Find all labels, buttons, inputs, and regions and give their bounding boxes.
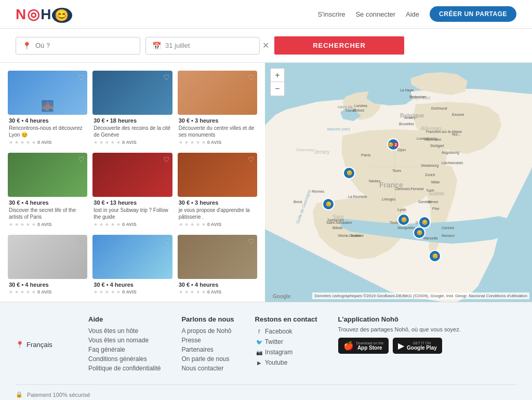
app-subtitle: Trouvez des partages Nohô, où que vous s… <box>338 326 461 332</box>
social-youtube[interactable]: ▶ Youtube <box>255 358 317 367</box>
nav-login[interactable]: Se connecter <box>355 10 395 18</box>
nav-help[interactable]: Aide <box>406 10 419 18</box>
favorite-button[interactable]: ♡ <box>163 155 170 164</box>
google-play-button[interactable]: ▶ GET IT ON Google Play <box>393 338 442 354</box>
listing-card[interactable]: ♡ 30 € • 4 heures Rencontrons-nous et dé… <box>8 71 87 148</box>
star-2: ★ <box>184 289 189 295</box>
listing-info: 30 € • 4 heures Discover the secret life… <box>8 197 87 230</box>
star-1: ★ <box>94 140 98 145</box>
star-4: ★ <box>111 289 115 295</box>
svg-text:Nur...: Nur... <box>452 132 461 136</box>
google-logo: Google <box>273 294 290 299</box>
listing-price: 30 € • 3 heures <box>179 199 256 206</box>
svg-text:Zurich: Zurich <box>425 173 435 177</box>
map-attribution: Données cartographiques ©2019 GeoBasis-D… <box>312 292 529 299</box>
search-button[interactable]: RECHERCHER <box>274 36 404 55</box>
aide-title: Aide <box>88 315 161 323</box>
clear-date-button[interactable]: ✕ <box>262 41 269 50</box>
avis-label: 0 AVIS <box>37 222 52 227</box>
favorite-button[interactable]: ♡ <box>163 73 170 82</box>
about-link-apropos[interactable]: A propos de Nohô <box>181 327 234 335</box>
map-marker-2[interactable]: 😊2 <box>387 138 402 153</box>
map-panel: Paris Tours Nantes La Rochelle Limoges C… <box>265 63 532 302</box>
social-instagram[interactable]: 📷 Instagram <box>255 348 317 356</box>
star-4: ★ <box>196 289 200 295</box>
zoom-in-button[interactable]: + <box>271 69 284 82</box>
listing-price: 30 € • 3 heures <box>179 117 256 124</box>
listing-stars: ★ ★ ★ ★ ★ 0 AVIS <box>94 140 171 145</box>
favorite-button[interactable]: ♡ <box>248 155 255 164</box>
google-play-icon: ▶ <box>398 341 404 351</box>
aide-link-conditions[interactable]: Conditions générales <box>88 355 161 363</box>
map-marker-6[interactable]: 😊 <box>413 226 428 241</box>
search-location-field[interactable]: 📍 <box>16 37 140 55</box>
map-marker-1[interactable]: 😊 <box>343 167 357 181</box>
star-5: ★ <box>202 289 206 295</box>
footer-bottom: 🔒 Paiement 100% sécurisé <box>16 384 516 398</box>
listing-card[interactable]: ♡ 30 € • 3 heures Découverte du centre v… <box>178 71 257 148</box>
svg-text:Paris: Paris <box>361 153 370 157</box>
twitter-label: Twitter <box>265 338 283 345</box>
favorite-button[interactable]: ♡ <box>78 155 85 164</box>
zoom-out-button[interactable]: − <box>271 82 284 96</box>
star-3: ★ <box>105 140 109 145</box>
date-input[interactable] <box>165 42 253 49</box>
location-input[interactable] <box>35 42 134 49</box>
listing-info: 30 € • 4 heures Rencontrons-nous et déco… <box>8 115 87 148</box>
map-marker-7[interactable]: 😊 <box>429 250 443 264</box>
listing-card[interactable]: ♡ 30 € • 4 heures Discover the secret li… <box>8 153 87 230</box>
aide-link-faq[interactable]: Faq générale <box>88 346 161 353</box>
star-1: ★ <box>9 222 13 227</box>
aide-link-host[interactable]: Vous êtes un hôte <box>88 327 161 335</box>
star-5: ★ <box>32 289 36 295</box>
svg-text:Essone: Essone <box>452 113 464 116</box>
nav-signup[interactable]: S'inscrire <box>317 10 345 18</box>
main-content: ♡ 30 € • 4 heures Rencontrons-nous et dé… <box>0 63 532 302</box>
secure-lock-icon: 🔒 <box>16 391 23 398</box>
star-5: ★ <box>32 222 36 227</box>
star-1: ★ <box>179 289 183 295</box>
avis-label: 0 AVIS <box>122 289 137 295</box>
listing-card[interactable]: ♡ 30 € • 3 heures je vous propose d'appr… <box>178 153 257 230</box>
contact-title: Restons en contact <box>255 315 317 323</box>
listing-card[interactable]: ♡ 30 € • 18 heures Découverte des recoin… <box>92 71 172 148</box>
map-marker-3[interactable]: 😊 <box>322 198 337 212</box>
aide-link-privacy[interactable]: Politique de confidentialité <box>88 365 161 372</box>
star-5: ★ <box>116 222 121 227</box>
listing-card[interactable]: ♡ 30 € • 13 heures lost in your Subway t… <box>92 153 172 230</box>
favorite-button[interactable]: ♡ <box>163 237 170 246</box>
create-share-button[interactable]: CRÉER UN PARTAGE <box>430 6 516 22</box>
avis-label: 0 AVIS <box>207 140 222 145</box>
twitter-icon: 🐦 <box>255 338 263 346</box>
app-store-button[interactable]: 🍎 Download on the App Store <box>338 338 389 354</box>
footer-language: 📍 Français <box>16 315 68 374</box>
svg-text:Vitoria-Gasteiz: Vitoria-Gasteiz <box>338 234 362 237</box>
svg-text:Anvers: Anvers <box>404 116 416 119</box>
listing-price: 30 € • 4 heures <box>9 117 86 124</box>
social-twitter[interactable]: 🐦 Twitter <box>255 338 317 346</box>
about-link-onparle[interactable]: On parle de nous <box>181 355 234 363</box>
favorite-button[interactable]: ♡ <box>78 73 85 82</box>
listing-card[interactable]: ♡ 30 € • 4 heures ★ ★ ★ ★ ★ 0 AVIS <box>92 235 172 297</box>
map-marker-4[interactable]: 😊 <box>397 214 412 228</box>
footer-about-col: Parlons de nous A propos de Nohô Presse … <box>181 315 234 374</box>
favorite-button[interactable]: ♡ <box>248 237 255 246</box>
svg-text:Monaco: Monaco <box>442 234 455 237</box>
favorite-button[interactable]: ♡ <box>248 73 255 82</box>
social-facebook[interactable]: f Facebook <box>255 327 317 336</box>
about-link-contact[interactable]: Nous contacter <box>181 365 234 372</box>
about-link-presse[interactable]: Presse <box>181 337 234 344</box>
favorite-button[interactable]: ♡ <box>78 237 85 246</box>
listing-info: 30 € • 18 heures Découverte des recoins … <box>92 115 172 148</box>
listing-card[interactable]: ♡ 30 € • 4 heures ★ ★ ★ ★ ★ 0 AVIS <box>8 235 87 297</box>
footer-app-col: L'application Nohô Trouvez des partages … <box>338 315 461 374</box>
search-date-field[interactable]: 📅 <box>145 37 260 55</box>
listing-image: ♡ <box>178 71 257 115</box>
star-2: ★ <box>15 140 19 145</box>
app-store-text: Download on the App Store <box>356 341 384 351</box>
aide-link-nomade[interactable]: Vous êtes un nomade <box>88 337 161 344</box>
listing-card[interactable]: ♡ 30 € • 4 heures ★ ★ ★ ★ ★ 0 AVIS <box>178 235 257 297</box>
svg-text:Liechtenstein: Liechtenstein <box>442 161 463 165</box>
about-link-partenaires[interactable]: Partenaires <box>181 346 234 353</box>
star-5: ★ <box>116 140 121 145</box>
